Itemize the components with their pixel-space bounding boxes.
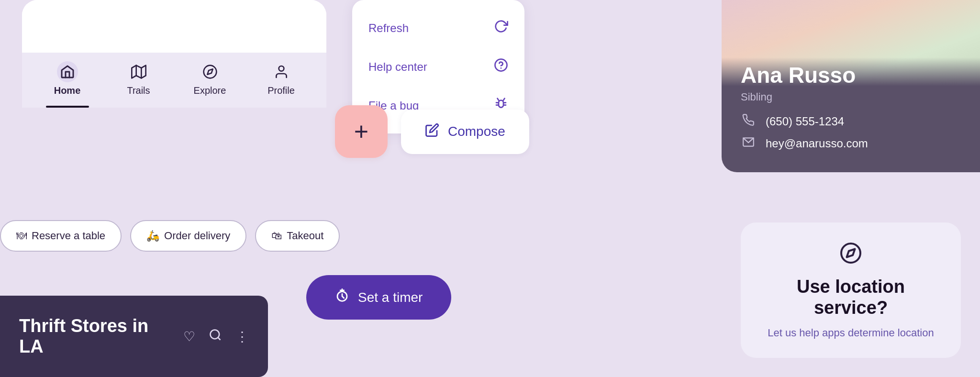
dark-banner-title: Thrift Stores in LA: [19, 316, 169, 357]
phone-icon: [741, 114, 756, 129]
svg-marker-4: [207, 69, 212, 74]
svg-point-13: [841, 244, 860, 263]
location-title: Use location service?: [762, 277, 940, 318]
dropdown-item-help[interactable]: Help center: [352, 47, 524, 86]
contact-phone-row: (650) 555-1234: [741, 114, 961, 129]
explore-icon: [200, 61, 221, 82]
compose-button[interactable]: Compose: [401, 110, 529, 154]
refresh-icon: [494, 19, 508, 37]
nav-indicator-row: [22, 102, 326, 108]
heart-icon[interactable]: ♡: [183, 329, 195, 344]
reserve-label: Reserve a table: [32, 230, 105, 242]
delivery-icon: 🛵: [146, 230, 159, 242]
order-delivery-button[interactable]: 🛵 Order delivery: [130, 220, 246, 252]
nav-tab-explore[interactable]: Explore: [189, 61, 232, 96]
takeout-button[interactable]: 🛍 Takeout: [255, 220, 340, 252]
profile-indicator: [260, 106, 303, 108]
nav-tab-home-label: Home: [54, 85, 81, 96]
fab-compose-area: + Compose: [335, 105, 529, 158]
plus-icon: +: [354, 117, 368, 146]
svg-point-6: [211, 330, 220, 339]
contact-email: hey@anarusso.com: [766, 137, 868, 150]
svg-point-5: [278, 66, 284, 71]
nav-tab-trails[interactable]: Trails: [117, 61, 160, 96]
svg-line-7: [218, 337, 220, 340]
help-label: Help center: [368, 60, 427, 74]
svg-marker-0: [132, 66, 145, 78]
set-timer-button[interactable]: Set a timer: [306, 275, 451, 320]
reserve-table-button[interactable]: 🍽 Reserve a table: [0, 220, 122, 252]
delivery-label: Order delivery: [164, 230, 230, 242]
fab-add-button[interactable]: +: [335, 105, 388, 158]
reserve-icon: 🍽: [16, 230, 27, 242]
compose-icon: [425, 123, 439, 141]
trails-indicator: [117, 106, 160, 108]
takeout-label: Takeout: [287, 230, 323, 242]
help-icon: [494, 58, 508, 76]
home-icon: [57, 61, 78, 82]
dropdown-item-refresh[interactable]: Refresh: [352, 9, 524, 47]
compose-label: Compose: [448, 124, 505, 139]
explore-indicator: [189, 106, 232, 108]
nav-tabs: Home Trails Explore Profile: [22, 53, 326, 102]
location-desc: Let us help apps determine location: [768, 326, 934, 341]
svg-point-3: [203, 66, 216, 78]
nav-tab-home[interactable]: Home: [46, 61, 89, 96]
contact-card: Ana Russo Sibling (650) 555-1234 hey@ana…: [722, 0, 980, 172]
contact-name: Ana Russo: [741, 62, 961, 88]
dark-banner-icons: ♡ ⋮: [183, 328, 249, 345]
timer-label: Set a timer: [358, 290, 423, 305]
refresh-label: Refresh: [368, 22, 409, 35]
nav-card: Home Trails Explore Profile: [22, 0, 326, 108]
dark-banner: Thrift Stores in LA ♡ ⋮: [0, 296, 268, 377]
takeout-icon: 🛍: [271, 230, 282, 242]
nav-tab-trails-label: Trails: [127, 85, 150, 96]
home-indicator: [46, 106, 89, 108]
profile-icon: [271, 61, 292, 82]
search-icon[interactable]: [209, 328, 222, 345]
nav-tab-profile[interactable]: Profile: [260, 61, 303, 96]
contact-email-row: hey@anarusso.com: [741, 136, 961, 151]
contact-phone: (650) 555-1234: [766, 115, 844, 128]
location-compass-icon: [839, 242, 862, 269]
contact-relation: Sibling: [741, 91, 961, 103]
nav-tab-profile-label: Profile: [267, 85, 295, 96]
nav-tab-explore-label: Explore: [194, 85, 226, 96]
timer-icon: [335, 288, 349, 306]
svg-marker-14: [847, 249, 855, 257]
more-icon[interactable]: ⋮: [235, 329, 249, 344]
action-buttons-row: 🍽 Reserve a table 🛵 Order delivery 🛍 Tak…: [0, 220, 340, 252]
email-icon: [741, 136, 756, 151]
location-card: Use location service? Let us help apps d…: [741, 222, 961, 358]
trails-icon: [128, 61, 149, 82]
contact-info: Ana Russo Sibling (650) 555-1234 hey@ana…: [722, 51, 980, 172]
nav-card-top: [22, 0, 326, 53]
